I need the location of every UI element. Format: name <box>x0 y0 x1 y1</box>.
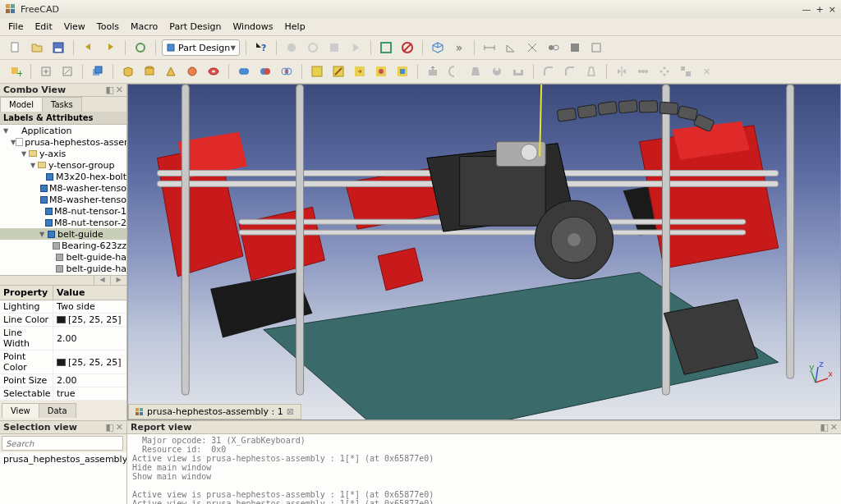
undo-button[interactable] <box>80 39 98 57</box>
menu-help[interactable]: Help <box>285 21 306 32</box>
add-part-button[interactable]: + <box>7 62 25 80</box>
measure-linear-button[interactable] <box>480 39 499 57</box>
sketch-map-button[interactable] <box>372 62 390 80</box>
view-iso-button[interactable] <box>429 39 447 57</box>
duplicate-button[interactable] <box>89 62 107 80</box>
measure-clear-button[interactable] <box>523 39 541 57</box>
save-file-button[interactable] <box>49 39 67 57</box>
panel-float-icon[interactable]: ◧ <box>105 85 113 95</box>
sketch-new-button[interactable] <box>308 62 326 80</box>
maximize-button[interactable]: + <box>816 4 824 15</box>
tree-item[interactable]: belt-guide-ha <box>0 251 126 263</box>
menu-macro[interactable]: Macro <box>131 21 158 32</box>
menu-part-design[interactable]: Part Design <box>169 21 221 32</box>
prim-sphere-button[interactable] <box>183 62 201 80</box>
sketch-reorient-button[interactable] <box>393 62 411 80</box>
menu-edit[interactable]: Edit <box>34 21 52 32</box>
menu-windows[interactable]: Windows <box>232 21 273 32</box>
bool-cut-button[interactable] <box>256 62 274 80</box>
model-tree[interactable]: ▼Application▼prusa-hephestos-assembly▼y-… <box>0 125 126 275</box>
refresh-button[interactable] <box>131 39 149 57</box>
prim-cone-button[interactable] <box>162 62 180 80</box>
panel-close-icon[interactable]: ✕ <box>830 422 838 433</box>
view-fit-button[interactable] <box>377 39 395 57</box>
sketch-leave-button[interactable] <box>351 62 369 80</box>
property-row[interactable]: Line Width2.00 <box>0 327 126 351</box>
tree-item[interactable]: ▼Application <box>0 125 126 136</box>
workbench-selector[interactable]: Part Design ▼ <box>162 39 240 56</box>
bool-common-button[interactable] <box>278 62 296 80</box>
tab-data[interactable]: Data <box>39 403 76 418</box>
pocket-button[interactable] <box>509 62 527 80</box>
tree-item[interactable]: ▼prusa-hephestos-assembly <box>0 136 126 148</box>
property-row[interactable]: Line Color[25, 25, 25] <box>0 314 126 327</box>
tree-item[interactable]: M8-washer-tenso <box>0 182 126 194</box>
tree-item[interactable]: M8-nut-tensor-2 <box>0 217 126 228</box>
tab-view[interactable]: View <box>2 403 39 418</box>
tree-item[interactable]: M8-nut-tensor-1 <box>0 205 126 217</box>
panel-float-icon[interactable]: ◧ <box>105 422 113 433</box>
panel-float-icon[interactable]: ◧ <box>820 422 828 433</box>
macro-play-button[interactable] <box>347 39 365 57</box>
tree-item[interactable]: ▼y-axis <box>0 148 126 159</box>
tree-item[interactable]: belt-guide-ha <box>0 263 126 274</box>
property-row[interactable]: LightingTwo side <box>0 300 126 314</box>
measure-toggle-button[interactable] <box>545 39 563 57</box>
whatsthis-button[interactable]: ? <box>252 39 270 57</box>
pad-button[interactable] <box>424 62 442 80</box>
mirror-button[interactable] <box>613 62 631 80</box>
tree-item[interactable]: ▼belt-guide <box>0 228 126 240</box>
revolution-button[interactable] <box>445 62 463 80</box>
tree-item[interactable]: M3x20-hex-bolt <box>0 171 126 182</box>
measure-toggledelta-button[interactable] <box>587 39 605 57</box>
macro-stop-button[interactable] <box>304 39 322 57</box>
tree-item[interactable]: ▼y-tensor-group <box>0 159 126 171</box>
draft-button[interactable] <box>582 62 600 80</box>
new-file-button[interactable] <box>7 39 25 57</box>
scroll-left-button[interactable]: ◀ <box>94 276 110 285</box>
property-row[interactable]: Selectabletrue <box>0 387 126 401</box>
macro-record-button[interactable] <box>283 39 301 57</box>
groove-button[interactable] <box>488 62 506 80</box>
panel-close-icon[interactable]: ✕ <box>116 85 123 95</box>
polar-pattern-button[interactable] <box>655 62 673 80</box>
measure-angular-button[interactable] <box>502 39 520 57</box>
tree-item[interactable]: Bearing-623zz <box>0 240 126 251</box>
tab-tasks[interactable]: Tasks <box>42 97 82 112</box>
import-button[interactable] <box>58 62 76 80</box>
close-button[interactable]: × <box>829 4 836 15</box>
draw-style-button[interactable] <box>398 39 416 57</box>
scaled-button[interactable] <box>677 62 695 80</box>
chamfer-button[interactable] <box>561 62 579 80</box>
prim-cyl-button[interactable] <box>140 62 159 80</box>
tree-item[interactable]: M8-washer-tenso <box>0 194 126 205</box>
viewport-tab[interactable]: prusa-hephestos-assembly : 1 ⊠ <box>128 404 301 419</box>
prim-box-button[interactable] <box>119 62 137 80</box>
export-button[interactable] <box>37 62 55 80</box>
redo-button[interactable] <box>101 39 119 57</box>
property-row[interactable]: Point Color[25, 25, 25] <box>0 351 126 374</box>
selection-list[interactable]: prusa_hephestos_assembly.Compound0 <box>0 452 126 504</box>
tab-close-icon[interactable]: ⊠ <box>287 406 294 417</box>
linear-pattern-button[interactable] <box>634 62 652 80</box>
tab-model[interactable]: Model <box>0 97 43 112</box>
prim-torus-button[interactable] <box>205 62 223 80</box>
menu-tools[interactable]: Tools <box>97 21 119 32</box>
panel-close-icon[interactable]: ✕ <box>116 422 123 433</box>
more-views-button[interactable]: » <box>450 39 468 57</box>
scroll-right-button[interactable]: ▶ <box>110 276 126 285</box>
fillet-button[interactable] <box>540 62 558 80</box>
multitransform-button[interactable]: ✕ <box>698 62 716 80</box>
loft-button[interactable] <box>466 62 485 80</box>
report-body[interactable]: Major opcode: 31 (X_GrabKeyboard) Resour… <box>127 434 841 504</box>
minimize-button[interactable]: — <box>802 4 811 15</box>
bool-fuse-button[interactable] <box>235 62 253 80</box>
sketch-edit-button[interactable] <box>329 62 347 80</box>
selection-search-input[interactable] <box>2 436 123 451</box>
menu-view[interactable]: View <box>64 21 85 32</box>
property-row[interactable]: Point Size2.00 <box>0 374 126 387</box>
selection-item[interactable]: prusa_hephestos_assembly.Compound0 <box>3 454 123 465</box>
open-file-button[interactable] <box>28 39 46 57</box>
measure-toggle3d-button[interactable] <box>566 39 584 57</box>
3d-viewport[interactable]: xyz prusa-hephestos-assembly : 1 ⊠ <box>127 84 841 420</box>
